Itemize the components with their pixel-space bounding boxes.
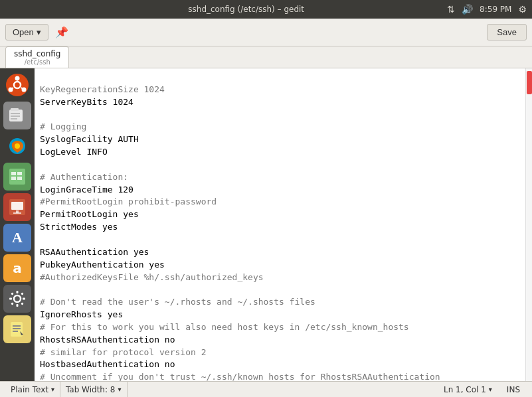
line-logingrace: LoginGraceTime 120 (40, 185, 133, 195)
position-label: Ln 1, Col 1 (444, 385, 486, 394)
svg-rect-12 (11, 118, 17, 119)
svg-rect-19 (11, 177, 16, 180)
svg-rect-36 (13, 328, 21, 329)
svg-rect-22 (11, 202, 23, 210)
svg-line-7 (21, 88, 23, 88)
scrollbar-track[interactable] (525, 68, 532, 381)
tabwidth-selector[interactable]: Tab Width: 8 ▾ (60, 382, 128, 397)
titlebar-controls: ⇅ 🔊 8:59 PM ⚙ (447, 4, 527, 15)
line-strict: StrictModes yes (40, 222, 118, 232)
line-pubkey: PubkeyAuthentication yes (40, 260, 165, 270)
statusbar: Plain Text ▾ Tab Width: 8 ▾ Ln 1, Col 1 … (0, 381, 532, 397)
open-label: Open (13, 27, 34, 37)
svg-point-15 (15, 143, 20, 149)
save-container: Save (487, 24, 527, 40)
line-permit-commented: #PermitRootLogin prohibit-password (40, 197, 217, 206)
comment-logging: # Logging (40, 121, 86, 131)
time-display: 8:59 PM (480, 5, 511, 14)
tab-sshd-config[interactable]: sshd_config /etc/ssh (5, 46, 69, 68)
presentation-launcher-icon[interactable] (3, 193, 31, 221)
line-authkeys: #AuthorizedKeysFile %h/.ssh/authorized_k… (40, 272, 264, 282)
tabwidth-dropdown-arrow: ▾ (118, 386, 121, 393)
comment-similar: # similar for protocol version 2 (40, 347, 206, 357)
line-serverkeyb: ServerKeyBits 1024 (40, 97, 133, 107)
amazon-a-icon: a (13, 260, 22, 276)
editor-text-area[interactable]: KeyRegenerationSize 1024 ServerKeyBits 1… (35, 68, 525, 381)
firefox-launcher-icon[interactable] (3, 132, 31, 160)
line-truncated: KeyRegenerationSize 1024 (40, 84, 165, 94)
texteditor-launcher-icon[interactable]: A (3, 224, 31, 252)
svg-point-1 (15, 76, 20, 81)
spreadsheet-launcher-icon[interactable] (3, 163, 31, 191)
open-dropdown-arrow: ▾ (37, 27, 41, 37)
svg-rect-31 (21, 292, 23, 295)
system-settings-icon[interactable]: ⚙ (518, 4, 527, 15)
line-rhostsrsa: RhostsRSAAuthentication no (40, 335, 175, 345)
plaintext-selector[interactable]: Plain Text ▾ (5, 382, 60, 397)
files-launcher-icon[interactable] (3, 102, 31, 129)
svg-point-25 (14, 295, 21, 302)
insert-mode-label: INS (500, 385, 527, 394)
line-permitroot: PermitRootLogin yes (40, 209, 139, 219)
save-button[interactable]: Save (487, 24, 527, 40)
pin-button[interactable]: 📌 (52, 23, 71, 41)
main-area: A a (0, 68, 532, 381)
svg-rect-35 (13, 325, 21, 327)
svg-rect-33 (21, 302, 23, 305)
statusbar-right: Ln 1, Col 1 ▾ INS (436, 385, 527, 394)
tab-filename: sshd_config (14, 49, 60, 58)
svg-rect-29 (23, 298, 25, 300)
svg-line-6 (13, 88, 14, 88)
svg-rect-32 (11, 302, 13, 305)
tabwidth-label: Tab Width: 8 (66, 385, 115, 394)
tab-bar: sshd_config /etc/ssh (0, 46, 532, 68)
svg-rect-20 (17, 177, 22, 180)
svg-rect-17 (11, 172, 16, 175)
svg-rect-10 (11, 113, 20, 114)
svg-rect-37 (13, 331, 18, 332)
comment-hostkeys: # For this to work you will also need ho… (40, 322, 409, 332)
systemsettings-launcher-icon[interactable] (3, 285, 31, 313)
open-button[interactable]: Open ▾ (5, 24, 48, 40)
amazon-launcher-icon[interactable]: a (3, 254, 31, 282)
tab-filepath: /etc/ssh (25, 58, 50, 66)
text-A-icon: A (12, 229, 23, 246)
editor-container: KeyRegenerationSize 1024 ServerKeyBits 1… (35, 68, 532, 381)
svg-rect-18 (17, 172, 22, 175)
cursor-position: Ln 1, Col 1 ▾ (436, 385, 500, 394)
toolbar: Open ▾ 📌 Save (0, 19, 532, 46)
line-hostbased: HostbasedAuthentication no (40, 359, 175, 369)
svg-rect-11 (11, 116, 20, 117)
svg-rect-30 (11, 292, 13, 295)
comment-uncomment: # Uncomment if you don't trust ~/.ssh/kn… (40, 372, 440, 381)
svg-rect-26 (17, 291, 19, 293)
editor-main: KeyRegenerationSize 1024 ServerKeyBits 1… (35, 68, 532, 381)
notes-launcher-icon[interactable] (3, 315, 31, 343)
ubuntu-launcher-icon[interactable] (3, 71, 31, 99)
svg-rect-28 (9, 298, 12, 300)
comment-auth: # Authentication: (40, 172, 128, 182)
svg-rect-24 (13, 212, 21, 214)
sidebar: A a (0, 68, 35, 381)
line-ignorerhosts: IgnoreRhosts yes (40, 309, 123, 319)
plaintext-label: Plain Text (11, 385, 48, 394)
plaintext-dropdown-arrow: ▾ (51, 386, 54, 393)
position-dropdown-arrow: ▾ (489, 386, 492, 393)
window-title: sshd_config (/etc/ssh) – gedit (45, 5, 447, 14)
volume-icon: 🔊 (462, 4, 473, 15)
svg-rect-9 (11, 108, 19, 111)
line-syslog: SyslogFacility AUTH (40, 134, 139, 144)
scrollbar-thumb (527, 71, 532, 94)
line-rsa: RSAAuthentication yes (40, 247, 149, 257)
comment-rhosts: # Don't read the user's ~/.rhosts and ~/… (40, 297, 315, 307)
svg-rect-27 (17, 304, 19, 307)
line-loglevel: LogLevel INFO (40, 147, 108, 157)
titlebar: sshd_config (/etc/ssh) – gedit ⇅ 🔊 8:59 … (0, 0, 532, 19)
sort-icon: ⇅ (447, 4, 455, 15)
